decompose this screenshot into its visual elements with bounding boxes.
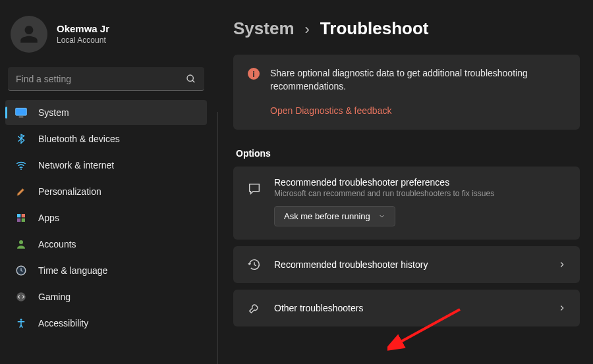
sidebar-nav: System Bluetooth & devices Network & int… (5, 100, 207, 336)
svg-point-12 (16, 266, 26, 275)
open-diagnostics-link[interactable]: Open Diagnostics & feedback (270, 105, 391, 116)
pref-card: Recommended troubleshooter preferences M… (233, 167, 580, 240)
alert-text: Share optional diagnostic data to get ad… (270, 66, 565, 93)
sidebar-item-apps[interactable]: Apps (5, 205, 207, 230)
wrench-icon (246, 300, 262, 316)
sidebar-item-accounts[interactable]: Accounts (5, 232, 207, 257)
other-troubleshooters-card[interactable]: Other troubleshooters (233, 290, 580, 326)
info-icon: i (248, 68, 260, 80)
dropdown-value: Ask me before running (284, 211, 370, 221)
svg-rect-6 (17, 214, 20, 217)
sidebar-item-label: Bluetooth & devices (38, 134, 120, 144)
sidebar-item-bluetooth[interactable]: Bluetooth & devices (5, 126, 207, 151)
svg-rect-7 (22, 214, 25, 217)
svg-point-5 (20, 169, 22, 170)
sidebar-item-label: Time & language (38, 265, 107, 276)
accounts-icon (14, 238, 28, 251)
svg-line-1 (192, 80, 194, 82)
sidebar-item-personalization[interactable]: Personalization (5, 179, 207, 204)
sidebar-item-network[interactable]: Network & internet (5, 153, 207, 178)
sidebar-item-system[interactable]: System (5, 100, 207, 125)
brush-icon (14, 185, 28, 198)
history-icon (246, 257, 262, 273)
search-icon (186, 74, 196, 84)
sidebar-item-time[interactable]: Time & language (5, 258, 207, 283)
chat-icon (246, 181, 262, 197)
clock-icon (14, 264, 28, 277)
history-title: Recommended troubleshooter history (274, 259, 546, 270)
sidebar-item-label: Network & internet (38, 160, 114, 170)
svg-rect-8 (17, 219, 20, 222)
svg-rect-4 (19, 117, 24, 118)
page-title: Troubleshoot (320, 18, 429, 39)
pref-title: Recommended troubleshooter preferences (274, 177, 567, 188)
svg-point-10 (19, 240, 23, 244)
sidebar-item-gaming[interactable]: Gaming (5, 284, 207, 309)
profile-sub: Local Account (57, 36, 109, 46)
system-icon (14, 106, 28, 119)
pref-dropdown[interactable]: Ask me before running (274, 206, 395, 226)
options-heading: Options (236, 148, 580, 159)
sidebar-item-label: Apps (38, 213, 59, 223)
breadcrumb-parent[interactable]: System (233, 18, 295, 39)
pref-sub: Microsoft can recommend and run troubles… (274, 189, 567, 198)
diagnostics-alert: i Share optional diagnostic data to get … (233, 55, 580, 130)
gaming-icon (14, 290, 28, 303)
breadcrumb: System › Troubleshoot (233, 18, 580, 39)
profile-name: Okemwa Jr (57, 22, 109, 36)
chevron-right-icon: › (305, 21, 310, 38)
sidebar-item-label: System (38, 107, 69, 118)
sidebar-item-accessibility[interactable]: Accessibility (5, 311, 207, 336)
avatar (11, 16, 47, 53)
chevron-down-icon (378, 213, 385, 220)
history-card[interactable]: Recommended troubleshooter history (233, 246, 580, 283)
sidebar-item-label: Accounts (38, 239, 76, 249)
svg-rect-2 (16, 108, 27, 115)
bluetooth-icon (14, 132, 28, 145)
sidebar-item-label: Gaming (38, 292, 71, 302)
svg-rect-9 (22, 219, 25, 222)
chevron-right-icon (557, 303, 567, 313)
apps-icon (14, 211, 28, 224)
chevron-right-icon (557, 260, 567, 269)
accessibility-icon (14, 317, 28, 330)
profile-region[interactable]: Okemwa Jr Local Account (5, 8, 207, 65)
other-title: Other troubleshooters (274, 303, 546, 313)
sidebar-item-label: Accessibility (38, 318, 88, 328)
sidebar-item-label: Personalization (38, 186, 101, 197)
search-field[interactable] (8, 67, 204, 91)
content-divider (217, 112, 218, 364)
svg-point-14 (20, 319, 22, 321)
svg-point-0 (187, 75, 193, 81)
wifi-icon (14, 159, 28, 172)
search-input[interactable] (16, 74, 186, 84)
